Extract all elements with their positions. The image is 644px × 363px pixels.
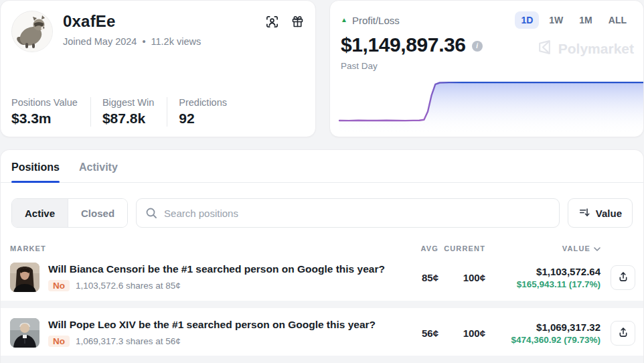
market-title[interactable]: Will Pope Leo XIV be the #1 searched per… [48,319,376,331]
bianca-censori-image [10,263,39,292]
stat-value: 92 [179,111,227,127]
action-cell [600,321,635,346]
pnl-amount-row: $1,149,897.36 i [330,29,643,56]
filter-active-button[interactable]: Active [12,199,68,227]
value-amount: $1,069,317.32 [485,321,600,333]
profile-identity: 0xafEe Joined May 2024 • 11.2k views [63,11,201,52]
header-avg: AVG [398,244,438,252]
shares-text: 1,103,572.6 shares at 85¢ [76,281,181,291]
gift-icon [291,21,305,31]
header-market: MARKET [10,244,398,252]
header-value[interactable]: VALUE [485,244,600,252]
market-subline: No 1,103,572.6 shares at 85¢ [48,280,385,291]
time-range-selector: 1D 1W 1M ALL [515,11,633,29]
avg-cell: 56¢ [398,328,438,339]
pope-leo-image [10,318,39,348]
range-1d-button[interactable]: 1D [515,11,539,29]
share-icon [617,271,629,285]
table-row[interactable]: Will Pope Leo XIV be the #1 searched per… [1,312,643,354]
positions-panel: Positions Activity Active Closed [0,149,644,363]
stat-biggest-win: Biggest Win $87.8k [90,97,167,127]
sort-icon [578,206,590,220]
pnl-chart [330,73,643,136]
range-all-button[interactable]: ALL [602,11,633,29]
range-1w-button[interactable]: 1W [543,11,569,29]
tabs: Positions Activity [1,150,643,183]
table-header: MARKET AVG CURRENT VALUE [1,244,643,252]
header-value-label: VALUE [562,244,590,252]
raccoon-avatar-image [12,11,53,52]
profile-card: 0xafEe Joined May 2024 • 11.2k views [0,0,316,137]
share-icon [617,326,629,340]
chevron-down-icon [594,244,600,252]
outcome-badge: No [48,336,70,347]
pnl-label-group: ▲ Profit/Loss [341,15,400,26]
stat-value: $87.8k [102,111,154,127]
scan-profile-button[interactable] [265,15,279,29]
value-cell: $1,103,572.64 $165,943.11 (17.7%) [485,266,600,289]
market-thumbnail [10,263,39,292]
profile-header: 0xafEe Joined May 2024 • 11.2k views [1,1,315,52]
market-info: Will Pope Leo XIV be the #1 searched per… [48,319,376,347]
gift-button[interactable] [291,15,305,29]
search-input[interactable] [136,198,560,228]
current-cell: 100¢ [438,328,485,339]
current-cell: 100¢ [438,272,485,283]
views-count: 11.2k views [151,36,202,47]
avg-cell: 85¢ [398,272,438,283]
tab-positions[interactable]: Positions [11,161,60,182]
pnl-chart-area [330,73,643,136]
value-gain: $474,360.92 (79.73%) [485,335,600,345]
joined-date: Joined May 2024 [63,36,137,47]
sort-label: Value [596,208,622,219]
header-current: CURRENT [438,244,485,252]
profile-meta: Joined May 2024 • 11.2k views [63,36,201,47]
profile-actions [265,15,305,29]
market-thumbnail [10,318,39,348]
status-filter: Active Closed [11,198,128,228]
market-info: Will Bianca Censori be the #1 searched p… [48,263,385,291]
table-row[interactable]: Will Bianca Censori be the #1 searched p… [1,257,643,298]
info-icon[interactable]: i [472,41,483,52]
pnl-card: ▲ Profit/Loss 1D 1W 1M ALL $1,149,897.36… [329,0,644,137]
stat-predictions: Predictions 92 [167,97,240,127]
username: 0xafEe [63,12,201,31]
market-cell: Will Bianca Censori be the #1 searched p… [10,263,398,292]
shares-text: 1,069,317.3 shares at 56¢ [76,336,181,346]
header-section: 0xafEe Joined May 2024 • 11.2k views [0,0,644,137]
market-cell: Will Pope Leo XIV be the #1 searched per… [10,318,398,348]
outcome-badge: No [48,280,70,291]
value-gain: $165,943.11 (17.7%) [485,279,600,289]
scan-user-icon [265,21,279,31]
share-position-button[interactable] [611,321,635,346]
sort-by-value-button[interactable]: Value [568,198,633,228]
pnl-label: Profit/Loss [352,15,400,26]
share-position-button[interactable] [611,265,635,290]
profile-stats: Positions Value $3.3m Biggest Win $87.8k… [11,97,240,127]
stat-label: Positions Value [11,97,78,108]
up-triangle-icon: ▲ [341,17,347,23]
value-cell: $1,069,317.32 $474,360.92 (79.73%) [485,321,600,345]
stat-label: Predictions [179,97,227,108]
pnl-period: Past Day [330,56,643,71]
range-1m-button[interactable]: 1M [573,11,598,29]
stat-label: Biggest Win [102,97,154,108]
meta-dot: • [142,36,145,47]
market-title[interactable]: Will Bianca Censori be the #1 searched p… [48,263,385,275]
polymarket-profile-page: 0xafEe Joined May 2024 • 11.2k views [0,0,644,363]
row-separator [1,301,643,308]
filter-closed-button[interactable]: Closed [68,199,127,227]
stat-value: $3.3m [11,111,78,127]
search-container [136,198,560,228]
pnl-amount: $1,149,897.36 [341,33,466,56]
avatar [11,11,53,52]
value-amount: $1,103,572.64 [485,266,600,277]
pnl-area [339,82,643,136]
positions-controls: Active Closed Value [11,198,633,228]
market-subline: No 1,069,317.3 shares at 56¢ [48,336,376,347]
stat-positions-value: Positions Value $3.3m [11,97,90,127]
tab-activity[interactable]: Activity [79,161,118,182]
action-cell [600,265,635,290]
pnl-header: ▲ Profit/Loss 1D 1W 1M ALL [330,1,643,29]
row-separator [1,356,643,363]
